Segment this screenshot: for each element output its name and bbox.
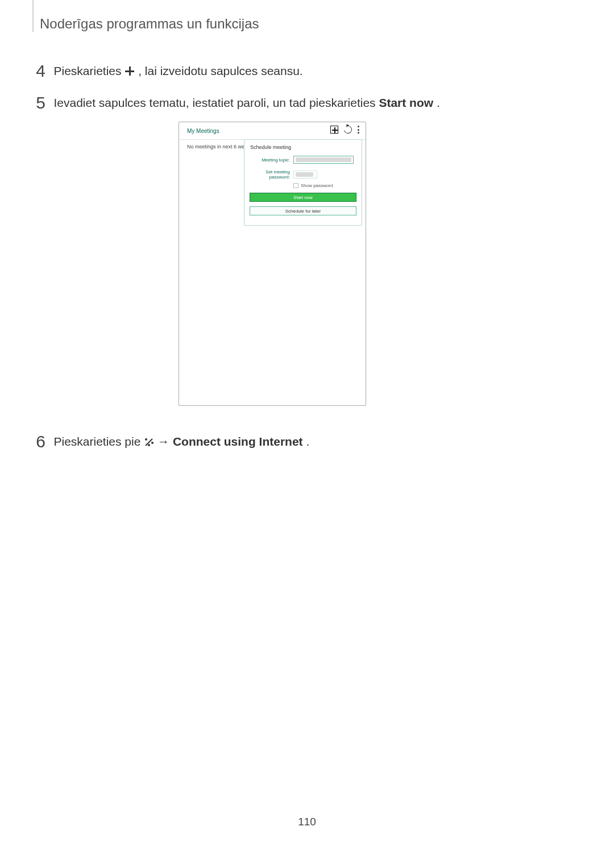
schedule-meeting-panel: Schedule meeting Meeting topic: Set meet… xyxy=(244,139,362,226)
step-4-text: Pieskarieties , lai izveidotu sapulces s… xyxy=(53,64,302,77)
more-options-icon[interactable] xyxy=(358,126,360,134)
refresh-icon[interactable] xyxy=(342,124,353,135)
meeting-topic-label: Meeting topic: xyxy=(244,157,293,163)
app-title: My Meetings xyxy=(187,128,219,134)
meeting-topic-row: Meeting topic: xyxy=(244,156,362,164)
step-6-text: Pieskarieties pie → Connect using Intern… xyxy=(53,435,309,448)
meeting-password-input[interactable] xyxy=(293,171,317,178)
step-number: 4 xyxy=(28,61,45,81)
svg-point-3 xyxy=(151,442,154,444)
step-4-post: , lai izveidotu sapulces seansu. xyxy=(138,64,303,77)
show-password-label: Show password xyxy=(301,183,333,188)
add-meeting-icon[interactable] xyxy=(330,126,338,134)
step-5-text: Ievadiet sapulces tematu, iestatiet paro… xyxy=(53,96,439,109)
step-5-pre: Ievadiet sapulces tematu, iestatiet paro… xyxy=(53,96,379,109)
meeting-password-row: Set meeting password: xyxy=(244,169,362,180)
page-number: 110 xyxy=(0,816,614,828)
panel-title: Schedule meeting xyxy=(250,144,362,150)
document-page: Noderīgas programmas un funkcijas 4 Pies… xyxy=(0,0,614,868)
svg-point-1 xyxy=(145,438,147,441)
redacted-text xyxy=(296,157,351,162)
step-number: 5 xyxy=(28,93,45,113)
no-meetings-label: No meetings in next 6 week xyxy=(187,144,250,149)
connect-icon xyxy=(144,437,154,447)
start-now-button[interactable]: Start now xyxy=(250,193,356,202)
svg-point-2 xyxy=(148,444,150,446)
step-4-pre: Pieskarieties xyxy=(53,64,125,77)
step-4: 4 Pieskarieties , lai izveidotu sapulces… xyxy=(28,61,580,81)
app-screenshot: My Meetings No meetings in next 6 week S… xyxy=(179,122,366,406)
step-6-post: . xyxy=(306,435,309,448)
step-5-post: . xyxy=(437,96,440,109)
step-6: 6 Pieskarieties pie → Connect using Inte… xyxy=(28,432,580,451)
app-header: My Meetings xyxy=(179,126,366,139)
meeting-password-label: Set meeting password: xyxy=(244,169,293,180)
schedule-later-button[interactable]: Schedule for later xyxy=(250,206,356,215)
step-5: 5 Ievadiet sapulces tematu, iestatiet pa… xyxy=(28,93,580,113)
header-rule xyxy=(32,0,34,32)
step-6-bold: Connect using Internet xyxy=(173,435,303,448)
section-title: Noderīgas programmas un funkcijas xyxy=(40,16,259,32)
step-5-bold: Start now xyxy=(379,96,433,109)
step-6-pre: Pieskarieties pie xyxy=(53,435,144,448)
redacted-text xyxy=(296,172,313,177)
plus-icon xyxy=(125,66,135,76)
header-icons xyxy=(330,126,362,134)
step-6-arrow: → xyxy=(157,435,173,448)
show-password-row: Show password xyxy=(293,183,362,188)
step-number: 6 xyxy=(28,432,45,451)
meeting-topic-input[interactable] xyxy=(293,156,354,164)
show-password-checkbox[interactable] xyxy=(293,183,298,188)
